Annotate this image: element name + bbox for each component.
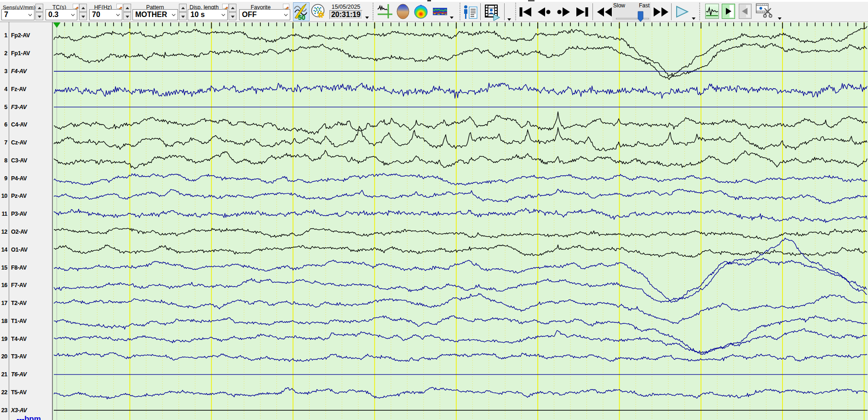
svg-text:50: 50 [298,14,305,21]
